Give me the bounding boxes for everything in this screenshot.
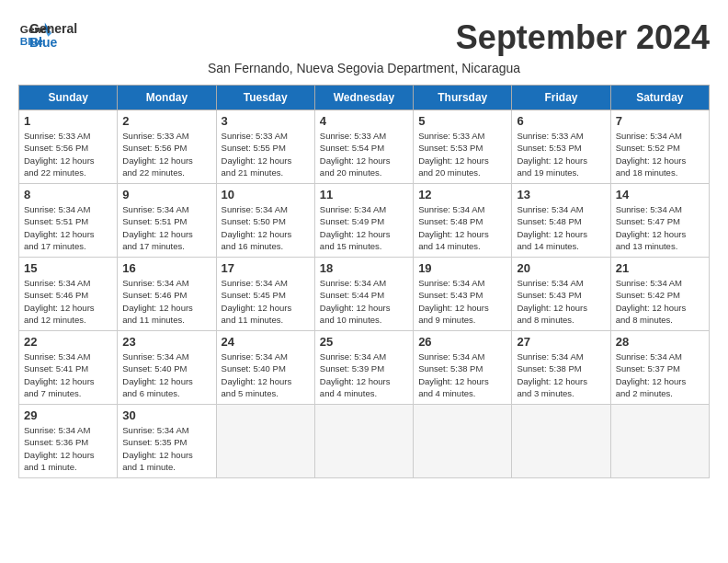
table-row: 12Sunrise: 5:34 AMSunset: 5:48 PMDayligh… [414,184,512,258]
table-row [314,405,413,478]
table-row [512,405,610,478]
table-row: 11Sunrise: 5:34 AMSunset: 5:49 PMDayligh… [314,184,413,258]
table-row: 20Sunrise: 5:34 AMSunset: 5:43 PMDayligh… [512,258,610,331]
header: General Blue General Blue September 2024 [18,18,710,57]
table-row: 21Sunrise: 5:34 AMSunset: 5:42 PMDayligh… [610,258,709,331]
table-row: 4Sunrise: 5:33 AMSunset: 5:54 PMDaylight… [314,110,413,184]
calendar-week-2: 8Sunrise: 5:34 AMSunset: 5:51 PMDaylight… [19,184,710,258]
table-row: 22Sunrise: 5:34 AMSunset: 5:41 PMDayligh… [19,331,118,405]
table-row: 27Sunrise: 5:34 AMSunset: 5:38 PMDayligh… [512,331,610,405]
table-row: 1Sunrise: 5:33 AMSunset: 5:56 PMDaylight… [19,110,118,184]
table-row [216,405,314,478]
logo: General Blue General Blue [18,18,77,52]
table-row: 28Sunrise: 5:34 AMSunset: 5:37 PMDayligh… [610,331,709,405]
calendar-week-4: 22Sunrise: 5:34 AMSunset: 5:41 PMDayligh… [19,331,710,405]
col-wednesday: Wednesday [314,86,413,110]
col-friday: Friday [512,86,610,110]
table-row: 7Sunrise: 5:34 AMSunset: 5:52 PMDaylight… [610,110,709,184]
col-monday: Monday [118,86,216,110]
calendar-header-row: Sunday Monday Tuesday Wednesday Thursday… [19,86,710,110]
table-row: 16Sunrise: 5:34 AMSunset: 5:46 PMDayligh… [118,258,216,331]
col-thursday: Thursday [414,86,512,110]
col-saturday: Saturday [610,86,709,110]
table-row: 17Sunrise: 5:34 AMSunset: 5:45 PMDayligh… [216,258,314,331]
col-tuesday: Tuesday [216,86,314,110]
table-row: 5Sunrise: 5:33 AMSunset: 5:53 PMDaylight… [414,110,512,184]
table-row: 9Sunrise: 5:34 AMSunset: 5:51 PMDaylight… [118,184,216,258]
table-row: 25Sunrise: 5:34 AMSunset: 5:39 PMDayligh… [314,331,413,405]
table-row: 6Sunrise: 5:33 AMSunset: 5:53 PMDaylight… [512,110,610,184]
table-row: 2Sunrise: 5:33 AMSunset: 5:56 PMDaylight… [118,110,216,184]
table-row: 23Sunrise: 5:34 AMSunset: 5:40 PMDayligh… [118,331,216,405]
table-row: 29Sunrise: 5:34 AMSunset: 5:36 PMDayligh… [19,405,118,478]
col-sunday: Sunday [19,86,118,110]
calendar-week-5: 29Sunrise: 5:34 AMSunset: 5:36 PMDayligh… [19,405,710,478]
table-row [414,405,512,478]
month-title: September 2024 [456,18,710,57]
table-row: 19Sunrise: 5:34 AMSunset: 5:43 PMDayligh… [414,258,512,331]
table-row: 10Sunrise: 5:34 AMSunset: 5:50 PMDayligh… [216,184,314,258]
table-row: 18Sunrise: 5:34 AMSunset: 5:44 PMDayligh… [314,258,413,331]
table-row: 15Sunrise: 5:34 AMSunset: 5:46 PMDayligh… [19,258,118,331]
table-row [610,405,709,478]
calendar-week-3: 15Sunrise: 5:34 AMSunset: 5:46 PMDayligh… [19,258,710,331]
calendar-table: Sunday Monday Tuesday Wednesday Thursday… [18,85,710,478]
table-row: 24Sunrise: 5:34 AMSunset: 5:40 PMDayligh… [216,331,314,405]
table-row: 8Sunrise: 5:34 AMSunset: 5:51 PMDaylight… [19,184,118,258]
logo-blue: Blue [29,36,77,50]
table-row: 3Sunrise: 5:33 AMSunset: 5:55 PMDaylight… [216,110,314,184]
table-row: 14Sunrise: 5:34 AMSunset: 5:47 PMDayligh… [610,184,709,258]
calendar-body: 1Sunrise: 5:33 AMSunset: 5:56 PMDaylight… [19,110,710,478]
logo-general: General [29,22,77,36]
calendar-week-1: 1Sunrise: 5:33 AMSunset: 5:56 PMDaylight… [19,110,710,184]
table-row: 26Sunrise: 5:34 AMSunset: 5:38 PMDayligh… [414,331,512,405]
table-row: 30Sunrise: 5:34 AMSunset: 5:35 PMDayligh… [118,405,216,478]
table-row: 13Sunrise: 5:34 AMSunset: 5:48 PMDayligh… [512,184,610,258]
location-subtitle: San Fernando, Nueva Segovia Department, … [18,61,710,75]
